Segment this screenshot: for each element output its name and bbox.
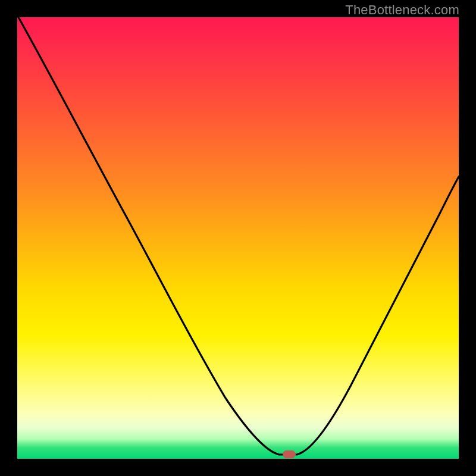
bottleneck-curve — [18, 17, 459, 455]
watermark-text: TheBottleneck.com — [345, 2, 459, 18]
chart-frame: TheBottleneck.com — [0, 0, 476, 476]
optimum-marker — [283, 450, 296, 458]
bottleneck-curve-svg — [17, 17, 459, 459]
plot-area — [17, 17, 459, 459]
